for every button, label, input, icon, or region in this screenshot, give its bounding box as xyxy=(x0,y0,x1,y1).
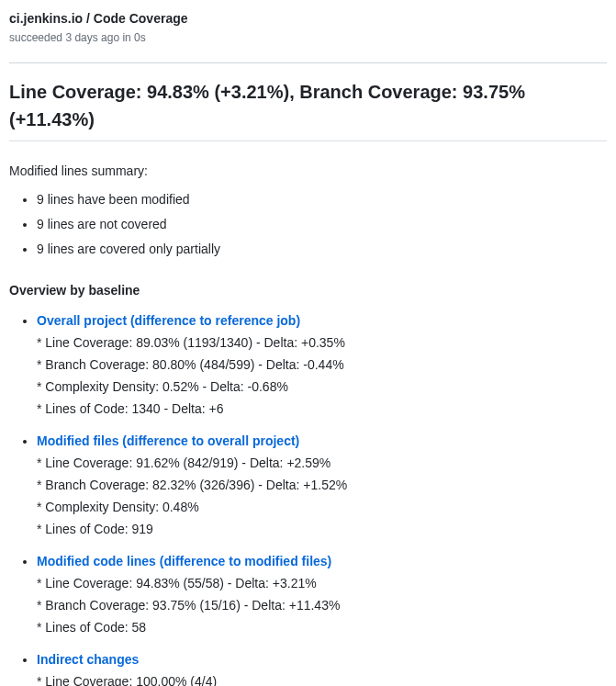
metric-line: * Complexity Density: 0.48% xyxy=(37,498,607,517)
summary-item: 9 lines have been modified xyxy=(37,190,607,209)
metric-line: * Line Coverage: 94.83% (55/58) - Delta:… xyxy=(37,574,607,593)
metric-line: * Lines of Code: 1340 - Delta: +6 xyxy=(37,399,607,419)
metric-line: * Lines of Code: 58 xyxy=(37,618,607,637)
check-status: succeeded 3 days ago in 0s xyxy=(9,29,607,46)
metric-line: * Branch Coverage: 93.75% (15/16) - Delt… xyxy=(37,596,607,615)
check-source: ci.jenkins.io / Code Coverage xyxy=(9,9,607,28)
metric-line: * Line Coverage: 91.62% (842/919) - Delt… xyxy=(37,454,607,473)
summary-item: 9 lines are covered only partially xyxy=(37,240,607,259)
metric-line: * Complexity Density: 0.52% - Delta: -0.… xyxy=(37,377,607,397)
baseline-link-overall[interactable]: Overall project (difference to reference… xyxy=(37,313,300,328)
baseline-item: Modified code lines (difference to modif… xyxy=(37,552,607,637)
baseline-link-indirect[interactable]: Indirect changes xyxy=(37,652,139,667)
metric-line: * Line Coverage: 100.00% (4/4) xyxy=(37,672,607,686)
check-header: ci.jenkins.io / Code Coverage succeeded … xyxy=(9,9,607,53)
summary-item: 9 lines are not covered xyxy=(37,215,607,234)
metric-line: * Branch Coverage: 82.32% (326/396) - De… xyxy=(37,476,607,495)
metric-line: * Line Coverage: 89.03% (1193/1340) - De… xyxy=(37,333,607,353)
metric-line: * Lines of Code: 919 xyxy=(37,520,607,539)
coverage-title: Line Coverage: 94.83% (+3.21%), Branch C… xyxy=(9,78,607,141)
overview-heading: Overview by baseline xyxy=(9,281,607,300)
baseline-list: Overall project (difference to reference… xyxy=(9,311,607,686)
baseline-item: Indirect changes * Line Coverage: 100.00… xyxy=(37,650,607,686)
baseline-link-modified-lines[interactable]: Modified code lines (difference to modif… xyxy=(37,554,331,568)
metric-line: * Branch Coverage: 80.80% (484/599) - De… xyxy=(37,355,607,375)
baseline-link-modified-files[interactable]: Modified files (difference to overall pr… xyxy=(37,433,299,448)
divider xyxy=(9,62,607,63)
summary-intro: Modified lines summary: xyxy=(9,162,607,181)
baseline-item: Overall project (difference to reference… xyxy=(37,311,607,419)
baseline-item: Modified files (difference to overall pr… xyxy=(37,432,607,539)
summary-list: 9 lines have been modified 9 lines are n… xyxy=(9,190,607,259)
